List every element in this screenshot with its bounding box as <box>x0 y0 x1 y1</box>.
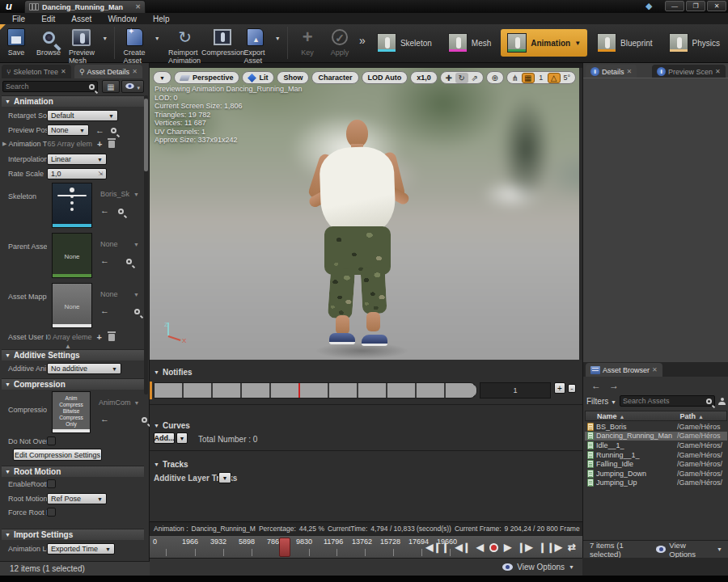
tab-asset-browser[interactable]: Asset Browser ✕ <box>586 363 662 377</box>
parent-use-selected-icon[interactable]: ← <box>100 255 109 265</box>
compression-use-selected-icon[interactable]: ← <box>100 414 109 424</box>
compression-button[interactable]: Compression <box>206 24 239 57</box>
section-import-settings[interactable]: ▼Import Settings <box>2 529 144 540</box>
loop-button[interactable]: ⇄ <box>568 540 576 555</box>
preview-mesh-button[interactable]: Preview Mesh <box>65 24 99 65</box>
force-root-lock-checkbox[interactable] <box>47 508 56 517</box>
grid-snap-value[interactable]: 1 <box>535 73 548 83</box>
lod-auto-button[interactable]: LOD Auto <box>362 71 408 84</box>
interpolation-select[interactable]: Linear▼ <box>47 154 107 165</box>
rate-scale-input[interactable]: 1,0⇲ <box>47 168 107 179</box>
asset-row[interactable]: Jumping_Up /Game/Héros/ <box>585 479 727 488</box>
parent-browse-icon[interactable] <box>126 259 132 264</box>
playback-speed-button[interactable]: x1,0 <box>410 71 438 84</box>
details-close-icon[interactable]: ✕ <box>627 68 633 75</box>
retarget-source-select[interactable]: Default▼ <box>47 110 118 121</box>
menu-help[interactable]: Help <box>146 15 177 23</box>
column-name[interactable]: Name▲ <box>586 412 624 420</box>
world-space-icon[interactable]: ⊕ <box>489 73 502 83</box>
compression-scheme-thumbnail[interactable]: Anim Compress Bitwise Compress Only <box>52 391 91 433</box>
rotation-snap-icon[interactable]: △ <box>548 73 561 83</box>
add-notify-track-button[interactable]: + <box>554 382 565 394</box>
preview-scene-close-icon[interactable]: ✕ <box>715 68 721 75</box>
socket-snap-icon[interactable]: ⋔ <box>509 73 522 83</box>
skeleton-use-selected-icon[interactable]: ← <box>100 205 109 215</box>
viewport-options-button[interactable]: ▼ <box>153 71 171 84</box>
perspective-button[interactable]: Perspective <box>174 71 240 84</box>
clear-user-data-icon[interactable] <box>108 334 115 341</box>
enable-root-motion-checkbox[interactable] <box>47 479 56 488</box>
section-animation[interactable]: ▼Animation <box>2 95 144 107</box>
details-scrollbar[interactable] <box>144 95 148 394</box>
do-not-override-checkbox[interactable] <box>47 436 56 445</box>
remove-notify-track-button[interactable]: - <box>568 384 576 393</box>
menu-window[interactable]: Window <box>100 15 144 23</box>
developer-filter-icon[interactable] <box>718 402 726 405</box>
curves-header[interactable]: ▼Curves <box>154 421 190 430</box>
root-motion-lock-select[interactable]: Ref Pose▼ <box>47 493 107 504</box>
mode-tab-physics[interactable]: Physics <box>662 29 726 57</box>
asset-details-close-icon[interactable]: ✕ <box>132 68 138 75</box>
mode-tab-mesh[interactable]: Mesh <box>442 29 497 57</box>
visibility-filter-button[interactable]: ▼ <box>121 80 144 93</box>
tab-asset-details[interactable]: ⚲ Asset Details ✕ <box>74 65 142 78</box>
section-additive-settings[interactable]: ▼Additive Settings <box>2 349 144 361</box>
reimport-animation-button[interactable]: ↻ Reimport Animation <box>163 24 206 65</box>
asset-row[interactable]: Jumping_Down /Game/Héros/ <box>585 469 727 479</box>
column-path[interactable]: Path▲ <box>680 412 726 420</box>
additive-anim-select[interactable]: No additive▼ <box>47 363 121 374</box>
key-button[interactable]: + Key <box>291 24 324 57</box>
asset-row[interactable]: Running__1_ /Game/Héros/ <box>585 450 727 460</box>
preview-mesh-dropdown[interactable]: ▼ <box>99 24 112 41</box>
menu-edit[interactable]: Edit <box>34 15 62 23</box>
skeleton-thumbnail[interactable] <box>52 183 92 228</box>
export-asset-dropdown[interactable]: ▼ <box>271 24 284 41</box>
add-user-data-icon[interactable]: + <box>97 332 102 342</box>
menu-asset[interactable]: Asset <box>64 15 99 23</box>
preview-pose-select[interactable]: None▼ <box>47 124 89 136</box>
tab-preview-scene[interactable]: i Preview Scen ✕ <box>652 65 726 78</box>
show-button[interactable]: Show <box>277 71 309 84</box>
details-search-input[interactable]: Search <box>2 81 98 92</box>
play-reverse-button[interactable]: ◀ <box>476 540 484 555</box>
rotate-tool-icon[interactable]: ↻ <box>455 73 468 83</box>
notifies-track[interactable] <box>154 382 477 399</box>
to-front-button[interactable]: ◀❙❙ <box>425 540 449 555</box>
scale-tool-icon[interactable]: ⇗ <box>468 73 481 83</box>
clear-array-icon[interactable] <box>108 141 115 148</box>
asset-mapping-select[interactable]: None▼ <box>97 289 142 300</box>
mode-tab-blueprint[interactable]: Blueprint <box>590 29 658 57</box>
parent-asset-thumbnail[interactable]: None <box>52 233 92 278</box>
asset-search-input[interactable]: Search Assets <box>620 395 715 407</box>
nav-back-icon[interactable]: ← <box>591 380 601 391</box>
document-tab[interactable]: Dancing_Running_Man ✕ <box>24 0 146 13</box>
view-options-button[interactable]: View Options <box>517 563 565 571</box>
mode-tab-animation[interactable]: Animation ▼ <box>501 29 587 57</box>
section-compression[interactable]: ▼Compression <box>2 378 144 390</box>
tracks-header[interactable]: ▼Tracks <box>154 460 188 469</box>
browse-button[interactable]: Browse <box>32 24 65 57</box>
tab-skeleton-tree[interactable]: ⑂ Skeleton Tree ✕ <box>2 65 71 78</box>
minimize-button[interactable]: — <box>665 1 684 11</box>
edit-compression-settings-button[interactable]: Edit Compression Settings <box>13 449 102 461</box>
browse-to-asset-icon[interactable] <box>111 128 116 133</box>
grid-snap-icon[interactable]: ▦ <box>522 73 535 83</box>
create-asset-button[interactable]: Create Asset <box>118 24 150 65</box>
skeleton-select[interactable]: Boris_Sk▼ <box>97 188 142 200</box>
animation-length-select[interactable]: Exported Time▼ <box>47 543 115 555</box>
asset-row[interactable]: Idle__1_ /Game/Héros/ <box>585 441 727 450</box>
animation-mode-dropdown-icon[interactable]: ▼ <box>574 40 581 47</box>
add-curve-dropdown[interactable]: ▼ <box>176 432 188 444</box>
asset-row-selected[interactable]: Dancing_Running_Man /Game/Héros <box>585 432 727 441</box>
close-button[interactable]: ✕ <box>707 1 726 11</box>
timeline-scrubber[interactable] <box>279 538 290 557</box>
character-button[interactable]: Character <box>311 71 358 84</box>
add-curve-button[interactable]: Add... <box>154 432 175 444</box>
viewport-3d[interactable]: ▼ Perspective Lit Show Character LOD Aut… <box>150 68 579 360</box>
asset-browser-close-icon[interactable]: ✕ <box>652 366 658 373</box>
step-backward-button[interactable]: ◀❙ <box>455 540 471 555</box>
timeline-ruler[interactable]: 0 1966 3932 5898 7864 9830 11796 13762 1… <box>150 535 582 558</box>
parent-asset-select[interactable]: None▼ <box>97 238 142 250</box>
mode-tab-skeleton[interactable]: Skeleton <box>370 29 438 57</box>
skeleton-browse-icon[interactable] <box>118 209 124 214</box>
